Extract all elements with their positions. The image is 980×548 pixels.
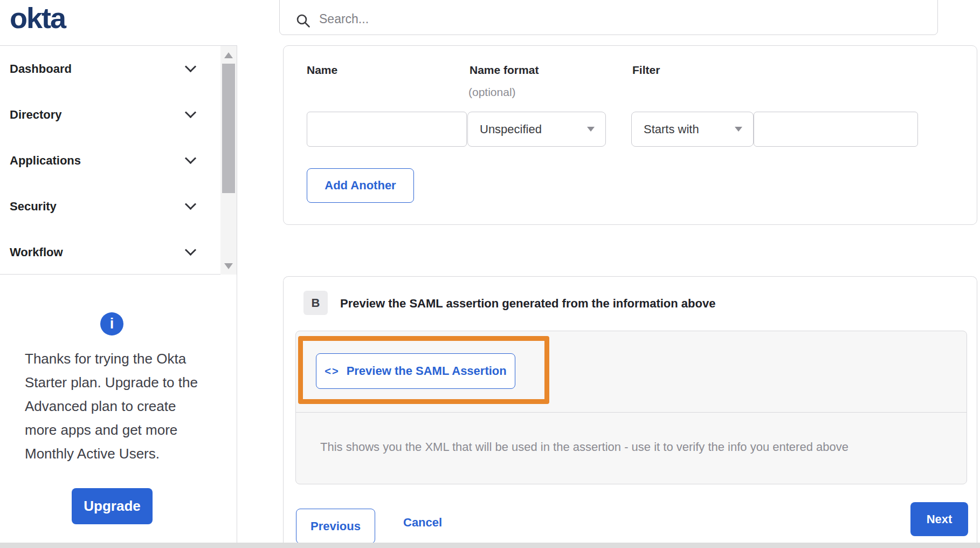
search-input[interactable] xyxy=(319,10,927,28)
sidebar-item-label: Security xyxy=(10,200,57,214)
sidebar-nav: Dashboard Directory Applications Securit… xyxy=(0,46,237,275)
scroll-down-icon[interactable] xyxy=(224,263,233,269)
step-b-badge: B xyxy=(303,291,328,315)
bottom-scroll-strip xyxy=(0,543,980,548)
chevron-down-icon xyxy=(185,61,196,72)
next-button[interactable]: Next xyxy=(910,502,968,536)
sidebar-scrollbar[interactable] xyxy=(220,46,237,275)
sidebar-item-label: Dashboard xyxy=(10,62,72,76)
name-column-label: Name xyxy=(307,64,337,77)
okta-admin-screen: okta Dashboard Directory Applications Se… xyxy=(0,0,980,548)
dropdown-caret-icon xyxy=(735,127,742,132)
sidebar-item-label: Workflow xyxy=(10,245,63,259)
preview-description: This shows you the XML that will be used… xyxy=(320,440,951,454)
chevron-down-icon xyxy=(185,107,196,118)
chevron-down-icon xyxy=(185,198,196,210)
sidebar-item-dashboard[interactable]: Dashboard xyxy=(0,46,237,92)
chevron-down-icon xyxy=(185,153,196,164)
preview-button-label: Preview the SAML Assertion xyxy=(347,364,507,378)
sidebar-item-label: Applications xyxy=(10,154,81,168)
sidebar-item-security[interactable]: Security xyxy=(0,183,237,229)
search-bar[interactable] xyxy=(279,0,938,35)
add-another-button[interactable]: Add Another xyxy=(307,168,414,203)
cancel-button[interactable]: Cancel xyxy=(403,516,442,530)
attribute-statements-card: Name Name format (optional) Filter Unspe… xyxy=(283,45,977,225)
attribute-name-input[interactable] xyxy=(307,112,467,147)
sidebar-item-label: Directory xyxy=(10,108,62,122)
scroll-up-icon[interactable] xyxy=(224,52,233,58)
code-icon: <> xyxy=(325,365,339,378)
dropdown-caret-icon xyxy=(587,127,595,132)
preview-section-title: Preview the SAML assertion generated fro… xyxy=(340,297,715,311)
sidebar: Dashboard Directory Applications Securit… xyxy=(0,45,237,544)
sidebar-item-directory[interactable]: Directory xyxy=(0,92,237,138)
upgrade-button[interactable]: Upgrade xyxy=(72,488,153,524)
preview-saml-card: B Preview the SAML assertion generated f… xyxy=(283,276,977,548)
name-format-selected-value: Unspecified xyxy=(480,122,542,136)
previous-button[interactable]: Previous xyxy=(296,509,375,544)
scrollbar-thumb[interactable] xyxy=(222,64,235,193)
okta-logo[interactable]: okta xyxy=(10,1,65,35)
filter-value-input[interactable] xyxy=(754,112,918,147)
chevron-down-icon xyxy=(185,244,196,256)
sidebar-item-applications[interactable]: Applications xyxy=(0,138,237,183)
filter-operator-selected-value: Starts with xyxy=(644,122,699,136)
filter-operator-select[interactable]: Starts with xyxy=(631,112,754,147)
sidebar-item-workflow[interactable]: Workflow xyxy=(0,229,237,275)
preview-button-row: <> Preview the SAML Assertion xyxy=(296,331,967,413)
preview-saml-assertion-button[interactable]: <> Preview the SAML Assertion xyxy=(316,353,515,389)
name-format-select[interactable]: Unspecified xyxy=(467,112,606,147)
upgrade-message: Thanks for trying the Okta Starter plan.… xyxy=(25,347,207,465)
info-icon: i xyxy=(100,312,123,335)
name-format-column-label: Name format xyxy=(470,64,539,77)
filter-column-label: Filter xyxy=(632,64,660,77)
optional-hint: (optional) xyxy=(468,86,516,99)
search-icon xyxy=(296,13,310,28)
preview-panel: <> Preview the SAML Assertion This shows… xyxy=(295,331,967,484)
